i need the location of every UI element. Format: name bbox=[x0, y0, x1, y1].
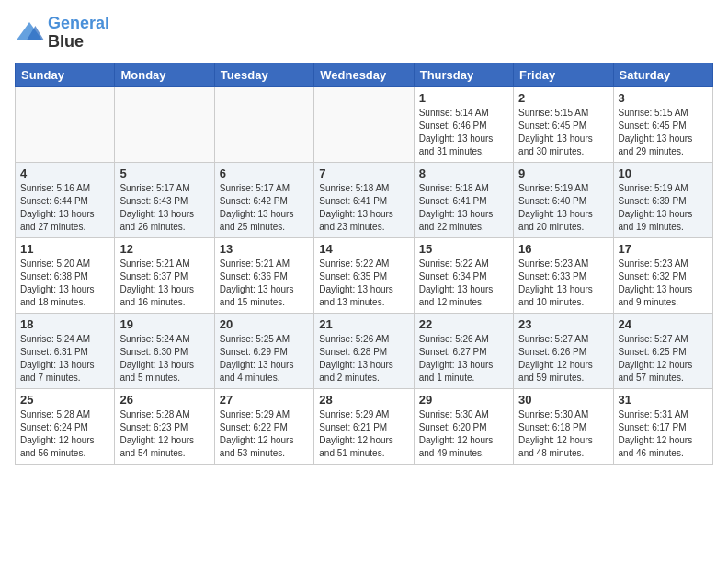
calendar-day-cell: 7Sunrise: 5:18 AM Sunset: 6:41 PM Daylig… bbox=[314, 162, 414, 237]
day-info: Sunrise: 5:24 AM Sunset: 6:30 PM Dayligh… bbox=[119, 333, 209, 385]
calendar-day-cell: 10Sunrise: 5:19 AM Sunset: 6:39 PM Dayli… bbox=[613, 162, 712, 237]
day-number: 16 bbox=[518, 242, 608, 256]
calendar-day-cell: 9Sunrise: 5:19 AM Sunset: 6:40 PM Daylig… bbox=[514, 162, 613, 237]
logo: General Blue bbox=[15, 15, 109, 52]
calendar-table: SundayMondayTuesdayWednesdayThursdayFrid… bbox=[15, 63, 713, 465]
day-number: 11 bbox=[20, 242, 109, 256]
calendar-week-row: 18Sunrise: 5:24 AM Sunset: 6:31 PM Dayli… bbox=[16, 313, 713, 388]
day-info: Sunrise: 5:15 AM Sunset: 6:45 PM Dayligh… bbox=[619, 107, 708, 158]
day-info: Sunrise: 5:20 AM Sunset: 6:38 PM Dayligh… bbox=[20, 258, 109, 309]
weekday-header: Wednesday bbox=[314, 63, 414, 86]
calendar-day-cell: 16Sunrise: 5:23 AM Sunset: 6:33 PM Dayli… bbox=[514, 237, 613, 313]
weekday-header: Sunday bbox=[16, 63, 115, 86]
day-number: 15 bbox=[419, 242, 508, 256]
day-number: 3 bbox=[619, 91, 708, 105]
day-number: 6 bbox=[220, 167, 309, 180]
day-number: 12 bbox=[119, 242, 209, 256]
day-number: 21 bbox=[319, 317, 408, 331]
calendar-day-cell bbox=[214, 86, 313, 162]
day-info: Sunrise: 5:19 AM Sunset: 6:39 PM Dayligh… bbox=[619, 182, 708, 234]
day-number: 19 bbox=[119, 317, 209, 331]
day-info: Sunrise: 5:24 AM Sunset: 6:31 PM Dayligh… bbox=[20, 333, 109, 385]
weekday-header: Tuesday bbox=[214, 63, 313, 86]
day-number: 31 bbox=[619, 393, 708, 407]
day-number: 7 bbox=[319, 167, 408, 180]
day-number: 18 bbox=[20, 317, 109, 331]
day-info: Sunrise: 5:29 AM Sunset: 6:22 PM Dayligh… bbox=[220, 408, 309, 460]
day-number: 10 bbox=[619, 167, 708, 180]
calendar-week-row: 11Sunrise: 5:20 AM Sunset: 6:38 PM Dayli… bbox=[16, 237, 713, 313]
day-info: Sunrise: 5:22 AM Sunset: 6:35 PM Dayligh… bbox=[319, 258, 408, 309]
day-info: Sunrise: 5:31 AM Sunset: 6:17 PM Dayligh… bbox=[619, 408, 708, 460]
calendar-day-cell: 15Sunrise: 5:22 AM Sunset: 6:34 PM Dayli… bbox=[414, 237, 513, 313]
day-number: 20 bbox=[220, 317, 309, 331]
day-info: Sunrise: 5:18 AM Sunset: 6:41 PM Dayligh… bbox=[419, 182, 508, 234]
calendar-day-cell: 19Sunrise: 5:24 AM Sunset: 6:30 PM Dayli… bbox=[115, 313, 214, 388]
calendar-day-cell: 12Sunrise: 5:21 AM Sunset: 6:37 PM Dayli… bbox=[115, 237, 214, 313]
calendar-day-cell: 22Sunrise: 5:26 AM Sunset: 6:27 PM Dayli… bbox=[414, 313, 513, 388]
calendar-day-cell: 29Sunrise: 5:30 AM Sunset: 6:20 PM Dayli… bbox=[414, 388, 513, 464]
page-header: General Blue bbox=[15, 15, 713, 52]
day-number: 1 bbox=[419, 91, 508, 105]
day-number: 23 bbox=[518, 317, 608, 331]
day-number: 24 bbox=[619, 317, 708, 331]
calendar-day-cell bbox=[115, 86, 214, 162]
calendar-day-cell: 23Sunrise: 5:27 AM Sunset: 6:26 PM Dayli… bbox=[514, 313, 613, 388]
calendar-day-cell: 20Sunrise: 5:25 AM Sunset: 6:29 PM Dayli… bbox=[214, 313, 313, 388]
day-number: 29 bbox=[419, 393, 508, 407]
calendar-day-cell: 5Sunrise: 5:17 AM Sunset: 6:43 PM Daylig… bbox=[115, 162, 214, 237]
calendar-day-cell: 1Sunrise: 5:14 AM Sunset: 6:46 PM Daylig… bbox=[414, 86, 513, 162]
weekday-header: Saturday bbox=[613, 63, 712, 86]
calendar-day-cell: 13Sunrise: 5:21 AM Sunset: 6:36 PM Dayli… bbox=[214, 237, 313, 313]
day-info: Sunrise: 5:29 AM Sunset: 6:21 PM Dayligh… bbox=[319, 408, 408, 460]
day-info: Sunrise: 5:23 AM Sunset: 6:32 PM Dayligh… bbox=[619, 258, 708, 309]
calendar-day-cell: 3Sunrise: 5:15 AM Sunset: 6:45 PM Daylig… bbox=[613, 86, 712, 162]
day-info: Sunrise: 5:17 AM Sunset: 6:42 PM Dayligh… bbox=[220, 182, 309, 234]
calendar-day-cell: 26Sunrise: 5:28 AM Sunset: 6:23 PM Dayli… bbox=[115, 388, 214, 464]
day-number: 8 bbox=[419, 167, 508, 180]
calendar-day-cell: 30Sunrise: 5:30 AM Sunset: 6:18 PM Dayli… bbox=[514, 388, 613, 464]
day-info: Sunrise: 5:19 AM Sunset: 6:40 PM Dayligh… bbox=[518, 182, 608, 234]
calendar-day-cell: 21Sunrise: 5:26 AM Sunset: 6:28 PM Dayli… bbox=[314, 313, 414, 388]
calendar-day-cell: 11Sunrise: 5:20 AM Sunset: 6:38 PM Dayli… bbox=[16, 237, 115, 313]
calendar-day-cell: 4Sunrise: 5:16 AM Sunset: 6:44 PM Daylig… bbox=[16, 162, 115, 237]
day-info: Sunrise: 5:18 AM Sunset: 6:41 PM Dayligh… bbox=[319, 182, 408, 234]
day-info: Sunrise: 5:14 AM Sunset: 6:46 PM Dayligh… bbox=[419, 107, 508, 158]
day-info: Sunrise: 5:15 AM Sunset: 6:45 PM Dayligh… bbox=[518, 107, 608, 158]
day-number: 17 bbox=[619, 242, 708, 256]
day-number: 5 bbox=[119, 167, 209, 180]
day-number: 30 bbox=[518, 393, 608, 407]
weekday-header: Thursday bbox=[414, 63, 513, 86]
day-number: 22 bbox=[419, 317, 508, 331]
day-info: Sunrise: 5:30 AM Sunset: 6:20 PM Dayligh… bbox=[419, 408, 508, 460]
calendar-day-cell: 31Sunrise: 5:31 AM Sunset: 6:17 PM Dayli… bbox=[613, 388, 712, 464]
calendar-week-row: 4Sunrise: 5:16 AM Sunset: 6:44 PM Daylig… bbox=[16, 162, 713, 237]
day-info: Sunrise: 5:21 AM Sunset: 6:36 PM Dayligh… bbox=[220, 258, 309, 309]
day-number: 27 bbox=[220, 393, 309, 407]
day-info: Sunrise: 5:30 AM Sunset: 6:18 PM Dayligh… bbox=[518, 408, 608, 460]
weekday-header: Friday bbox=[514, 63, 613, 86]
day-number: 13 bbox=[220, 242, 309, 256]
calendar-week-row: 1Sunrise: 5:14 AM Sunset: 6:46 PM Daylig… bbox=[16, 86, 713, 162]
calendar-day-cell: 27Sunrise: 5:29 AM Sunset: 6:22 PM Dayli… bbox=[214, 388, 313, 464]
day-info: Sunrise: 5:25 AM Sunset: 6:29 PM Dayligh… bbox=[220, 333, 309, 385]
day-info: Sunrise: 5:26 AM Sunset: 6:27 PM Dayligh… bbox=[419, 333, 508, 385]
day-number: 4 bbox=[20, 167, 109, 180]
calendar-day-cell: 28Sunrise: 5:29 AM Sunset: 6:21 PM Dayli… bbox=[314, 388, 414, 464]
day-number: 26 bbox=[119, 393, 209, 407]
calendar-day-cell: 14Sunrise: 5:22 AM Sunset: 6:35 PM Dayli… bbox=[314, 237, 414, 313]
day-info: Sunrise: 5:28 AM Sunset: 6:24 PM Dayligh… bbox=[20, 408, 109, 460]
day-number: 9 bbox=[518, 167, 608, 180]
day-info: Sunrise: 5:27 AM Sunset: 6:25 PM Dayligh… bbox=[619, 333, 708, 385]
calendar-header-row: SundayMondayTuesdayWednesdayThursdayFrid… bbox=[16, 63, 713, 86]
logo-text: General Blue bbox=[48, 15, 109, 52]
day-info: Sunrise: 5:16 AM Sunset: 6:44 PM Dayligh… bbox=[20, 182, 109, 234]
day-info: Sunrise: 5:26 AM Sunset: 6:28 PM Dayligh… bbox=[319, 333, 408, 385]
day-info: Sunrise: 5:21 AM Sunset: 6:37 PM Dayligh… bbox=[119, 258, 209, 309]
calendar-day-cell bbox=[16, 86, 115, 162]
calendar-day-cell: 8Sunrise: 5:18 AM Sunset: 6:41 PM Daylig… bbox=[414, 162, 513, 237]
weekday-header: Monday bbox=[115, 63, 214, 86]
day-info: Sunrise: 5:23 AM Sunset: 6:33 PM Dayligh… bbox=[518, 258, 608, 309]
day-info: Sunrise: 5:17 AM Sunset: 6:43 PM Dayligh… bbox=[119, 182, 209, 234]
day-number: 28 bbox=[319, 393, 408, 407]
